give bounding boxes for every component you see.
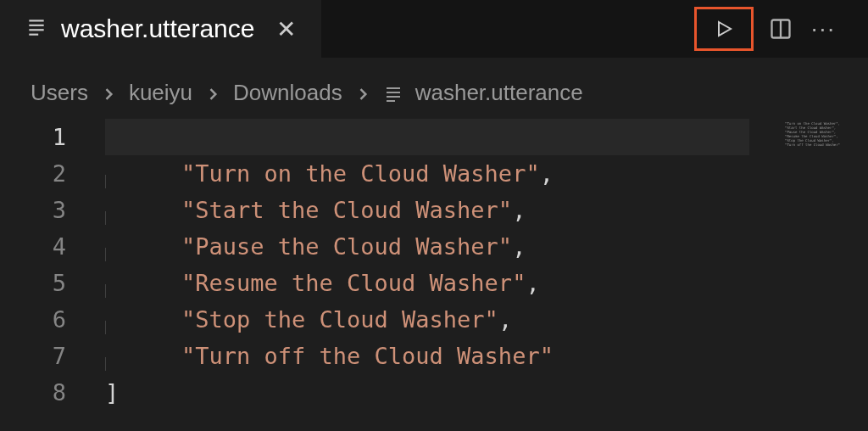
- line-number: 2: [0, 160, 80, 187]
- minimap-line: "Turn off the Cloud Washer": [785, 143, 860, 147]
- code-line[interactable]: 3"Start the Cloud Washer",: [0, 192, 868, 228]
- code-line[interactable]: 6"Stop the Cloud Washer",: [0, 301, 868, 338]
- code-line[interactable]: 4"Pause the Cloud Washer",: [0, 228, 868, 265]
- gutter: [80, 119, 105, 155]
- line-number: 6: [0, 306, 80, 333]
- breadcrumb-segment[interactable]: Users: [31, 80, 88, 106]
- line-number: 7: [0, 343, 80, 369]
- file-text-icon: [383, 80, 403, 106]
- editor-tab[interactable]: washer.utterance ✕: [0, 0, 321, 58]
- breadcrumb-segment[interactable]: washer.utterance: [415, 80, 583, 106]
- run-button[interactable]: [694, 7, 754, 51]
- gutter: [80, 338, 105, 374]
- close-icon[interactable]: ✕: [268, 12, 304, 47]
- code-content: "Resume the Cloud Washer",: [105, 270, 540, 296]
- line-number: 3: [0, 197, 80, 223]
- split-editor-button[interactable]: [765, 14, 796, 44]
- breadcrumb-segment[interactable]: Downloads: [233, 80, 342, 106]
- gutter: [80, 374, 105, 411]
- line-number: 4: [0, 233, 80, 260]
- gutter: [80, 192, 105, 228]
- code-content: ]: [105, 379, 119, 406]
- line-number: 8: [0, 379, 80, 406]
- code-line[interactable]: 7"Turn off the Cloud Washer": [0, 338, 868, 374]
- active-line-highlight: [105, 119, 749, 155]
- code-content: "Turn off the Cloud Washer": [105, 343, 554, 369]
- tab-bar: washer.utterance ✕ ···: [0, 0, 868, 58]
- chevron-right-icon: [354, 80, 371, 106]
- editor-area[interactable]: 1[2"Turn on the Cloud Washer",3"Start th…: [0, 114, 868, 411]
- file-text-icon: [25, 16, 47, 42]
- code-content: "Start the Cloud Washer",: [105, 197, 526, 223]
- svg-marker-4: [719, 22, 731, 36]
- line-number: 5: [0, 270, 80, 296]
- code-content: "Pause the Cloud Washer",: [105, 233, 526, 260]
- more-actions-button[interactable]: ···: [808, 15, 839, 42]
- minimap[interactable]: "Turn on the Cloud Washer","Start the Cl…: [783, 120, 861, 154]
- code-line[interactable]: 5"Resume the Cloud Washer",: [0, 265, 868, 301]
- chevron-right-icon: [204, 80, 221, 106]
- gutter: [80, 155, 105, 192]
- chevron-right-icon: [100, 80, 117, 106]
- code-line[interactable]: 2"Turn on the Cloud Washer",: [0, 155, 868, 192]
- gutter: [80, 265, 105, 301]
- breadcrumb: Users kueiyu Downloads washer.utterance: [0, 71, 868, 114]
- gutter: [80, 228, 105, 265]
- code-line[interactable]: 8]: [0, 374, 868, 411]
- code-content: "Stop the Cloud Washer",: [105, 306, 512, 333]
- tab-title: washer.utterance: [61, 14, 254, 43]
- gutter: [80, 301, 105, 338]
- tab-actions: ···: [694, 7, 868, 51]
- line-number: 1: [0, 124, 80, 150]
- code-content: "Turn on the Cloud Washer",: [105, 160, 554, 187]
- breadcrumb-segment[interactable]: kueiyu: [129, 80, 192, 106]
